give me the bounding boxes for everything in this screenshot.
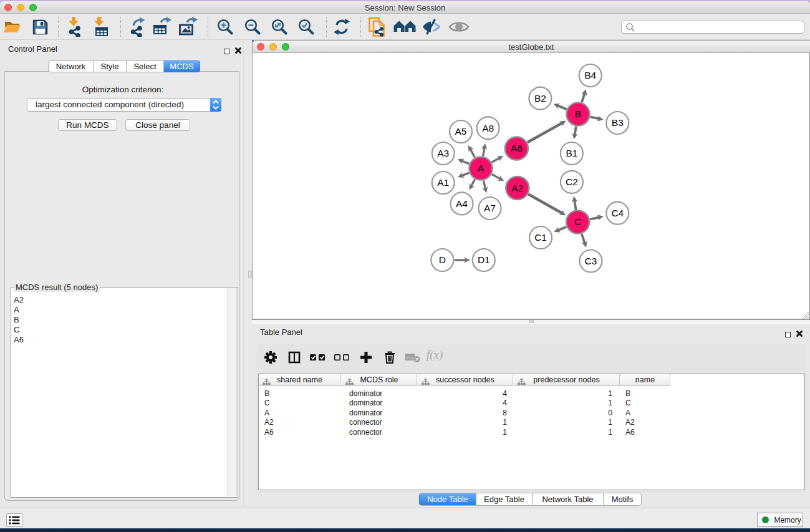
svg-text:C4: C4 [611, 208, 624, 218]
svg-text:A3: A3 [437, 148, 449, 158]
svg-text:A: A [478, 163, 485, 173]
svg-text:A1: A1 [437, 177, 449, 188]
svg-text:A4: A4 [456, 198, 468, 209]
svg-text:C: C [574, 216, 581, 227]
svg-text:A8: A8 [482, 123, 494, 133]
svg-text:A6: A6 [511, 143, 523, 153]
svg-text:C1: C1 [534, 232, 547, 243]
svg-text:B2: B2 [534, 93, 546, 104]
svg-text:B3: B3 [612, 117, 624, 128]
svg-text:B1: B1 [566, 148, 577, 158]
svg-text:B: B [575, 109, 581, 119]
svg-text:A5: A5 [455, 126, 467, 137]
svg-text:B4: B4 [584, 70, 596, 80]
svg-text:D1: D1 [478, 254, 490, 265]
svg-text:C3: C3 [584, 256, 597, 266]
svg-text:A7: A7 [484, 203, 496, 213]
svg-text:D: D [439, 254, 446, 265]
svg-text:A2: A2 [511, 183, 523, 193]
svg-text:C2: C2 [566, 177, 578, 187]
